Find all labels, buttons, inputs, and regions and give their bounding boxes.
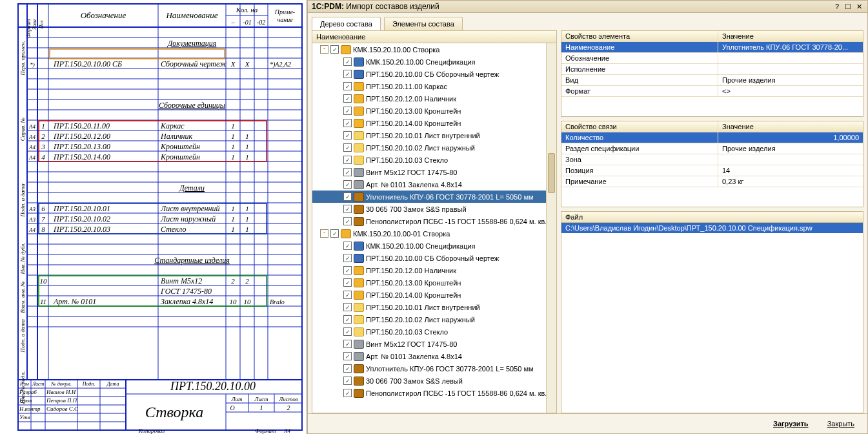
tab-elements[interactable]: Элементы состава <box>384 17 463 30</box>
tree-checkbox[interactable] <box>343 254 352 262</box>
tree-node[interactable]: КМК.150.20.10.00 Спецификация <box>312 240 556 252</box>
property-row[interactable]: Количество1,00000 <box>561 132 863 143</box>
tree-node[interactable]: ПРТ.150.20.13.00 Кронштейн <box>312 276 556 289</box>
tree-checkbox[interactable] <box>343 242 352 250</box>
tree[interactable]: -КМК.150.20.10.00 СтворкаКМК.150.20.10.0… <box>312 43 556 413</box>
doc-icon <box>354 70 364 79</box>
tree-node[interactable]: ПРТ.150.20.10.02 Лист наружный <box>312 141 556 154</box>
svg-text:Листов: Листов <box>278 396 298 402</box>
tree-scrollbar[interactable] <box>546 43 556 413</box>
svg-text:2: 2 <box>231 277 235 285</box>
tree-node[interactable]: ПРТ.150.20.11.00 Каркас <box>312 80 556 92</box>
tree-node[interactable]: Уплотнитель КПУ-06 ГОСТ 30778-2001 L= 50… <box>312 191 556 203</box>
property-row[interactable]: Зона <box>561 154 863 165</box>
tree-node[interactable]: Уплотнитель КПУ-06 ГОСТ 30778-2001 L= 50… <box>312 362 556 375</box>
tree-checkbox[interactable] <box>343 94 352 103</box>
tree-checkbox[interactable] <box>343 266 352 274</box>
tree-checkbox[interactable] <box>343 107 352 115</box>
tree-checkbox[interactable] <box>343 131 352 140</box>
tree-checkbox[interactable] <box>343 327 352 336</box>
tree-node[interactable]: Винт М5х12 ГОСТ 17475-80 <box>312 166 556 178</box>
tree-node[interactable]: ПРТ.150.20.10.03 Стекло <box>312 326 556 338</box>
tree-checkbox[interactable] <box>343 192 352 201</box>
prop-elem-key-hdr: Свойство элемента <box>561 31 718 41</box>
tree-node[interactable]: Пенополистирол ПСБС -15 ГОСТ 15588-86 0,… <box>312 215 556 227</box>
tree-node[interactable]: -КМК.150.20.10.00 Створка <box>312 43 556 56</box>
load-button[interactable]: Загрузить <box>767 418 815 429</box>
maximize-button[interactable]: ☐ <box>843 3 853 11</box>
tree-label: Винт М5х12 ГОСТ 17475-80 <box>366 169 457 176</box>
tree-node[interactable]: ПРТ.150.20.10.00 СБ Сборочный чертеж <box>312 68 556 80</box>
tree-checkbox[interactable] <box>343 389 352 397</box>
tree-node[interactable]: ПРТ.150.20.14.00 Кронштейн <box>312 117 556 129</box>
svg-text:11: 11 <box>40 298 46 305</box>
property-row[interactable]: НаименованиеУплотнитель КПУ-06 ГОСТ 3077… <box>561 42 863 53</box>
tree-node[interactable]: ПРТ.150.20.10.01 Лист внутренний <box>312 129 556 141</box>
property-row[interactable]: Формат<> <box>561 86 863 97</box>
tree-node[interactable]: ПРТ.150.20.10.01 Лист внутренний <box>312 301 556 313</box>
tree-checkbox[interactable] <box>343 352 352 360</box>
tree-label: Пенополистирол ПСБС -15 ГОСТ 15588-86 0,… <box>366 389 547 397</box>
tree-toggle[interactable]: - <box>320 229 328 238</box>
tree-checkbox[interactable] <box>330 45 339 54</box>
svg-text:А4: А4 <box>28 123 35 130</box>
tree-checkbox[interactable] <box>343 217 352 225</box>
tree-checkbox[interactable] <box>343 278 352 287</box>
svg-text:ПРТ.150.20.10.03: ПРТ.150.20.10.03 <box>53 225 110 234</box>
tree-checkbox[interactable] <box>343 377 352 385</box>
svg-text:Створка: Створка <box>145 404 203 420</box>
tree-node[interactable]: ПРТ.150.20.12.00 Наличник <box>312 264 556 276</box>
tree-node[interactable]: Пенополистирол ПСБС -15 ГОСТ 15588-86 0,… <box>312 387 556 399</box>
close-dialog-button[interactable]: Закрыть <box>821 418 861 429</box>
tree-checkbox[interactable] <box>343 82 352 90</box>
tree-node[interactable]: Арт. № 0101 Заклепка 4.8х14 <box>312 178 556 191</box>
tree-node[interactable]: ПРТ.150.20.10.03 Стекло <box>312 154 556 166</box>
tree-node[interactable]: ПРТ.150.20.10.02 Лист наружный <box>312 313 556 326</box>
tree-checkbox[interactable] <box>343 156 352 164</box>
tree-node[interactable]: ПРТ.150.20.13.00 Кронштейн <box>312 105 556 117</box>
property-row[interactable]: ВидПрочие изделия <box>561 75 863 86</box>
property-row[interactable]: Позиция14 <box>561 165 863 176</box>
tree-node[interactable]: Арт. № 0101 Заклепка 4.8х14 <box>312 350 556 362</box>
tree-checkbox[interactable] <box>343 70 352 78</box>
tree-label: Уплотнитель КПУ-06 ГОСТ 30778-2001 L= 50… <box>366 365 534 373</box>
tree-node[interactable]: ПРТ.150.20.10.00 СБ Сборочный чертеж <box>312 252 556 264</box>
svg-text:Зона: Зона <box>32 19 37 30</box>
tree-checkbox[interactable] <box>343 340 352 348</box>
tree-node[interactable]: Винт М5х12 ГОСТ 17475-80 <box>312 338 556 350</box>
scrollbar-thumb[interactable] <box>548 153 555 193</box>
tree-checkbox[interactable] <box>343 143 352 152</box>
part-icon <box>354 327 364 336</box>
property-row[interactable]: Обозначение <box>561 53 863 64</box>
tree-checkbox[interactable] <box>343 303 352 311</box>
svg-text:Петров П.П: Петров П.П <box>46 397 77 404</box>
property-row[interactable]: Исполнение <box>561 64 863 75</box>
help-button[interactable]: ? <box>833 3 842 11</box>
std-icon <box>354 180 364 189</box>
close-button[interactable]: ✕ <box>854 3 863 11</box>
tree-checkbox[interactable] <box>343 291 352 299</box>
file-path[interactable]: C:\Users\Владислав Игодин\Desktop\ПРТ_15… <box>561 223 863 233</box>
property-row[interactable]: Примечание0,23 кг <box>561 176 863 187</box>
tree-node[interactable]: 30 066 700 Замок S&S левый <box>312 375 556 387</box>
tree-node[interactable]: ПРТ.150.20.14.00 Кронштейн <box>312 289 556 301</box>
property-value <box>718 53 863 63</box>
tree-node[interactable]: 30 065 700 Замок S&S правый <box>312 203 556 215</box>
property-key: Вид <box>561 75 718 85</box>
tree-checkbox[interactable] <box>343 119 352 127</box>
tree-checkbox[interactable] <box>343 364 352 373</box>
svg-text:Кронштейн: Кронштейн <box>160 152 200 161</box>
tree-node[interactable]: КМК.150.20.10.00 Спецификация <box>312 56 556 68</box>
tree-checkbox[interactable] <box>343 315 352 324</box>
tree-checkbox[interactable] <box>343 205 352 213</box>
property-row[interactable]: Раздел спецификацииПрочие изделия <box>561 143 863 154</box>
tree-checkbox[interactable] <box>330 229 339 238</box>
tree-node[interactable]: -КМК.150.20.10.00-01 Створка <box>312 227 556 240</box>
tree-toggle[interactable]: - <box>320 45 328 54</box>
tree-node[interactable]: ПРТ.150.20.12.00 Наличник <box>312 92 556 105</box>
svg-text:1: 1 <box>260 404 263 411</box>
tree-checkbox[interactable] <box>343 180 352 189</box>
tree-checkbox[interactable] <box>343 57 352 66</box>
tree-checkbox[interactable] <box>343 168 352 176</box>
tab-tree[interactable]: Дерево состава <box>312 17 381 30</box>
